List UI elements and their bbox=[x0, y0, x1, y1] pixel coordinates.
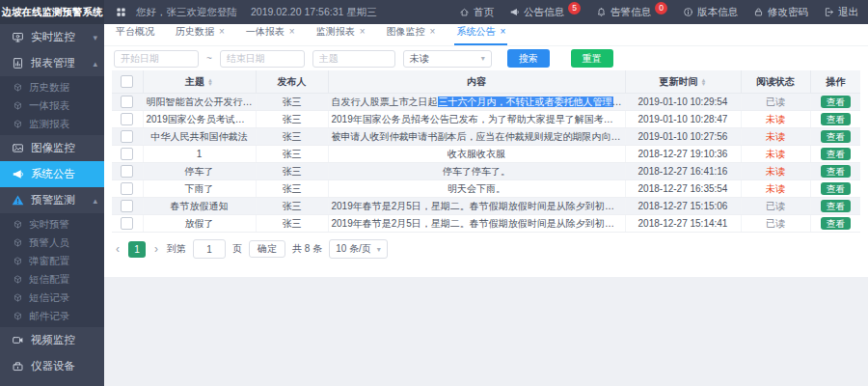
start-date-input[interactable] bbox=[114, 50, 199, 68]
row-checkbox[interactable] bbox=[121, 165, 133, 178]
cube-icon bbox=[14, 120, 22, 128]
nav-label: 告警信息 bbox=[610, 6, 651, 19]
row-checkbox[interactable] bbox=[121, 182, 133, 195]
cube-icon bbox=[14, 220, 22, 229]
page-size-value: 10 条/页 bbox=[336, 242, 371, 256]
row-checkbox[interactable] bbox=[121, 130, 133, 143]
sidebar-item-sms-records[interactable]: 短信记录 bbox=[0, 289, 104, 307]
view-button[interactable]: 查看 bbox=[821, 113, 851, 126]
goto-page-input[interactable] bbox=[193, 239, 226, 259]
notification-badge: 5 bbox=[568, 2, 581, 14]
reset-button[interactable]: 重置 bbox=[571, 49, 613, 68]
close-icon[interactable]: × bbox=[219, 27, 225, 37]
read-status-select[interactable]: 未读 ▾ bbox=[403, 50, 492, 68]
sidebar-item-instrument-equipment[interactable]: 仪器设备 bbox=[0, 353, 104, 379]
view-button[interactable]: 查看 bbox=[821, 217, 851, 231]
sidebar-item-label: 预警监测 bbox=[31, 193, 75, 207]
sidebar-item-history-data[interactable]: 历史数据 bbox=[0, 78, 104, 96]
sidebar-item-warning-monitoring[interactable]: 预警监测▴ bbox=[0, 187, 104, 213]
row-checkbox[interactable] bbox=[121, 113, 133, 125]
page-number-1[interactable]: 1 bbox=[128, 241, 146, 258]
action-cell: 查看 bbox=[810, 146, 860, 163]
search-button[interactable]: 搜索 bbox=[507, 49, 550, 68]
sidebar-item-monitoring-report[interactable]: 监测报表 bbox=[0, 115, 104, 133]
sidebar-item-email-records[interactable]: 邮件记录 bbox=[0, 307, 104, 325]
sidebar-item-warning-personnel[interactable]: 预警人员 bbox=[0, 234, 104, 252]
close-icon[interactable]: × bbox=[430, 27, 436, 37]
action-cell: 查看 bbox=[810, 198, 860, 215]
row-checkbox[interactable] bbox=[121, 96, 133, 108]
tab-platform-overview[interactable]: 平台概况 bbox=[114, 25, 156, 45]
sort-icon[interactable]: ▲▼ bbox=[207, 78, 213, 86]
nav-label: 首页 bbox=[474, 6, 494, 19]
tab-integrated-report[interactable]: 一体报表× bbox=[244, 25, 297, 45]
sidebar-item-video-monitoring[interactable]: 视频监控 bbox=[0, 327, 104, 353]
tab-label: 系统公告 bbox=[456, 25, 495, 39]
status-cell: 未读 bbox=[741, 146, 810, 163]
column-header-subject[interactable]: 主题▲▼ bbox=[143, 70, 256, 94]
sidebar-subitem-label: 邮件记录 bbox=[29, 310, 69, 323]
sidebar-item-label: 视频监控 bbox=[31, 333, 75, 347]
menu-grid-icon[interactable] bbox=[116, 7, 126, 17]
row-checkbox[interactable] bbox=[121, 217, 133, 230]
video-icon bbox=[12, 334, 24, 346]
close-icon[interactable]: × bbox=[500, 27, 505, 37]
header-nav-announcements[interactable]: 公告信息5 bbox=[509, 6, 581, 19]
header-nav-logout[interactable]: 退出 bbox=[824, 6, 858, 19]
status-cell: 已读 bbox=[741, 94, 810, 111]
header-nav: 首页公告信息5告警信息0版本信息修改密码退出 bbox=[459, 6, 868, 19]
header-nav-alarms[interactable]: 告警信息0 bbox=[596, 6, 667, 19]
sidebar-item-report-management[interactable]: 报表管理▴ bbox=[0, 50, 104, 76]
tab-system-announcement[interactable]: 系统公告× bbox=[454, 25, 507, 45]
sort-icon[interactable]: ▲▼ bbox=[701, 78, 707, 86]
close-icon[interactable]: × bbox=[360, 27, 366, 37]
close-icon[interactable]: × bbox=[289, 27, 295, 37]
sidebar-item-realtime-warning[interactable]: 实时预警 bbox=[0, 215, 104, 234]
goto-suffix-label: 页 bbox=[232, 242, 242, 256]
nav-label: 修改密码 bbox=[768, 6, 808, 19]
sidebar-item-system-announcement[interactable]: 系统公告 bbox=[0, 161, 104, 187]
header-nav-version[interactable]: 版本信息 bbox=[683, 6, 738, 19]
subject-input[interactable] bbox=[312, 50, 395, 68]
subject-cell: 明阳智能首次公开发行股票招股说... bbox=[143, 94, 256, 111]
sidebar-item-sms-config[interactable]: 短信配置 bbox=[0, 270, 104, 289]
select-all-checkbox[interactable] bbox=[121, 75, 133, 88]
tab-monitoring-report[interactable]: 监测报表× bbox=[314, 25, 367, 45]
column-label: 阅读状态 bbox=[756, 76, 795, 87]
view-button[interactable]: 查看 bbox=[821, 130, 851, 144]
sidebar-item-image-monitoring[interactable]: 图像监控 bbox=[0, 135, 104, 161]
goto-confirm-button[interactable]: 确定 bbox=[249, 240, 285, 258]
sidebar-item-integrated-report[interactable]: 一体报表 bbox=[0, 96, 104, 115]
view-button[interactable]: 查看 bbox=[821, 148, 851, 161]
tab-history-data[interactable]: 历史数据× bbox=[174, 25, 227, 45]
view-button[interactable]: 查看 bbox=[821, 182, 851, 196]
content-cell: 2019年春节是2月5日，星期二。春节假期放假时间是从除夕到初六，即：2月4日至… bbox=[328, 215, 625, 233]
row-checkbox[interactable] bbox=[121, 200, 133, 212]
next-page-button[interactable]: › bbox=[152, 242, 160, 256]
header-nav-home[interactable]: 首页 bbox=[459, 6, 494, 19]
subject-cell: 春节放假通知 bbox=[143, 198, 256, 215]
filter-bar: ~ 未读 ▾ 搜索 重置 bbox=[104, 46, 868, 70]
sidebar-item-realtime-monitoring[interactable]: 实时监控▾ bbox=[0, 24, 104, 50]
sidebar-subitem-label: 历史数据 bbox=[29, 81, 69, 95]
view-button[interactable]: 查看 bbox=[821, 200, 851, 213]
view-button[interactable]: 查看 bbox=[821, 96, 851, 109]
end-date-input[interactable] bbox=[220, 50, 305, 68]
updated-cell: 2018-12-27 15:15:06 bbox=[625, 198, 741, 215]
publisher-cell: 张三 bbox=[256, 94, 328, 111]
page-size-select[interactable]: 10 条/页 ▾ bbox=[329, 239, 388, 259]
column-header-updated[interactable]: 更新时间▲▼ bbox=[625, 70, 741, 94]
nav-label: 退出 bbox=[838, 6, 858, 19]
tab-image-monitoring[interactable]: 图像监控× bbox=[385, 25, 438, 45]
prev-page-button[interactable]: ‹ bbox=[114, 242, 122, 256]
updated-cell: 2019-01-10 10:27:56 bbox=[625, 128, 741, 146]
table-row: 放假了张三2019年春节是2月5日，星期二。春节假期放假时间是从除夕到初六，即：… bbox=[112, 215, 860, 233]
view-button[interactable]: 查看 bbox=[821, 165, 851, 179]
header-nav-password[interactable]: 修改密码 bbox=[753, 6, 808, 19]
sidebar-item-popup-config[interactable]: 弹窗配置 bbox=[0, 252, 104, 270]
submenu-report-management: 历史数据一体报表监测报表 bbox=[0, 76, 104, 135]
column-header-publisher: 发布人 bbox=[256, 70, 328, 94]
status-cell: 未读 bbox=[741, 128, 810, 146]
content-cell: 停车了停车了。 bbox=[328, 163, 625, 180]
row-checkbox[interactable] bbox=[121, 148, 133, 160]
